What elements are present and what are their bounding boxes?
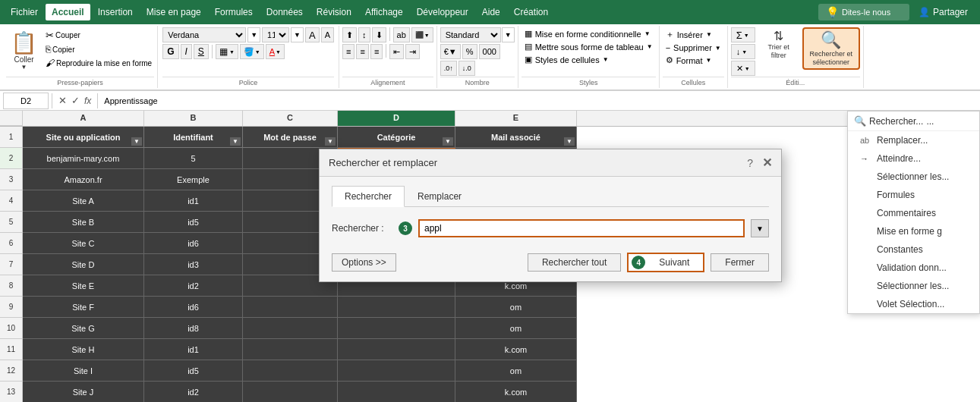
row-header-7[interactable]: 7 xyxy=(0,254,23,275)
dialog-search-dropdown[interactable]: ▼ xyxy=(751,219,769,237)
menu-item-creation[interactable]: Création xyxy=(508,4,554,20)
confirm-formula-icon[interactable]: ✓ xyxy=(71,95,80,106)
row-header-2[interactable]: 2 xyxy=(0,148,23,169)
dropdown-item-volet[interactable]: Volet Sélection... xyxy=(848,295,979,313)
format-painter-button[interactable]: 🖌 Reproduire la mise en forme xyxy=(43,57,154,69)
decrease-indent-button[interactable]: ⇤ xyxy=(389,44,404,59)
dropdown-item-remplacer[interactable]: ab Remplacer... xyxy=(848,131,979,149)
align-center-button[interactable]: ≡ xyxy=(356,44,368,59)
dropdown-item-validation[interactable]: Validation donn... xyxy=(848,259,979,277)
wrap-text-button[interactable]: ab xyxy=(393,27,410,42)
menu-item-revision[interactable]: Révision xyxy=(310,4,358,20)
menu-item-developpeur[interactable]: Développeur xyxy=(411,4,474,20)
menu-item-insertion[interactable]: Insertion xyxy=(92,4,139,20)
sort-filter-button[interactable]: ⇅ Trier et filtrer xyxy=(757,27,801,61)
row-header-10[interactable]: 10 xyxy=(0,318,23,339)
table-format-button[interactable]: ▤ Mettre sous forme de tableau ▼ xyxy=(522,40,656,53)
align-left-button[interactable]: ≡ xyxy=(342,44,355,59)
underline-button[interactable]: S xyxy=(194,44,209,59)
align-bottom-button[interactable]: ⬇ xyxy=(372,27,386,42)
row-header-4[interactable]: 4 xyxy=(0,190,23,212)
font-size-dropdown-icon[interactable]: ▼ xyxy=(291,27,304,42)
row-header-1[interactable]: 1 xyxy=(0,127,23,148)
cell-B1[interactable]: Identifiant ▼ xyxy=(144,127,243,148)
close-dialog-button[interactable]: Fermer xyxy=(711,253,769,272)
row-header-11[interactable]: 11 xyxy=(0,339,23,360)
dropdown-item-mise-en-forme[interactable]: Mise en forme g xyxy=(848,222,979,240)
col-header-B[interactable]: B xyxy=(144,111,243,126)
row-header-6[interactable]: 6 xyxy=(0,233,23,254)
align-middle-button[interactable]: ↕ xyxy=(358,27,370,42)
row-header-8[interactable]: 8 xyxy=(0,275,23,297)
row-header-9[interactable]: 9 xyxy=(0,297,23,318)
font-name-select[interactable]: Verdana xyxy=(162,27,246,42)
options-button[interactable]: Options >> xyxy=(332,253,396,272)
dialog-tab-remplacer[interactable]: Remplacer xyxy=(405,186,474,207)
insert-cells-button[interactable]: ＋ Insérer ▼ xyxy=(663,27,724,42)
dropdown-item-atteindre[interactable]: → Atteindre... xyxy=(848,149,979,168)
function-icon[interactable]: fx xyxy=(84,96,91,106)
dialog-help-button[interactable]: ? xyxy=(747,157,753,169)
fill-button[interactable]: ↓▼ xyxy=(731,44,755,59)
bold-button[interactable]: G xyxy=(162,44,178,59)
dialog-search-input[interactable] xyxy=(418,219,745,237)
menu-item-aide[interactable]: Aide xyxy=(476,4,506,20)
dialog-close-button[interactable]: ✕ xyxy=(762,155,772,170)
clear-button[interactable]: ✕▼ xyxy=(731,61,755,76)
paste-button[interactable]: 📋 Coller ▼ xyxy=(6,27,42,74)
cell-D1[interactable]: Catégorie ▼ xyxy=(338,127,455,148)
filter-dropdown-B1[interactable]: ▼ xyxy=(230,137,241,146)
menu-item-formules[interactable]: Formules xyxy=(209,4,259,20)
col-header-A[interactable]: A xyxy=(23,111,144,126)
comma-button[interactable]: 000 xyxy=(479,44,500,59)
share-button[interactable]: 👤 Partager xyxy=(911,4,975,20)
menu-item-donnees[interactable]: Données xyxy=(260,4,309,20)
menu-item-mise-en-page[interactable]: Mise en page xyxy=(140,4,207,20)
font-name-dropdown-icon[interactable]: ▼ xyxy=(247,27,260,42)
find-all-button[interactable]: Rechercher tout xyxy=(528,253,621,272)
filter-dropdown-D1[interactable]: ▼ xyxy=(443,137,453,146)
delete-cells-button[interactable]: − Supprimer ▼ xyxy=(663,42,724,54)
increase-font-button[interactable]: A xyxy=(305,27,320,42)
row-header-3[interactable]: 3 xyxy=(0,169,23,190)
find-next-button[interactable]: Suivant xyxy=(648,256,700,269)
align-top-button[interactable]: ⬆ xyxy=(342,27,357,42)
dropdown-item-selectionner1[interactable]: Sélectionner les... xyxy=(848,168,979,186)
sum-button[interactable]: Σ▼ xyxy=(731,27,755,42)
cell-A3[interactable]: Amazon.fr xyxy=(23,169,144,190)
menu-item-fichier[interactable]: Fichier xyxy=(5,4,44,20)
menu-item-accueil[interactable]: Accueil xyxy=(46,4,90,20)
copy-button[interactable]: ⎘ Copier xyxy=(43,43,154,55)
cell-A4[interactable]: Site A xyxy=(23,190,144,212)
cell-C1[interactable]: Mot de passe ▼ xyxy=(243,127,338,148)
font-size-select[interactable]: 11 xyxy=(262,27,289,42)
menu-item-affichage[interactable]: Affichage xyxy=(359,4,409,20)
row-header-13[interactable]: 13 xyxy=(0,382,23,402)
number-format-dropdown-icon[interactable]: ▼ xyxy=(502,27,515,42)
font-color-button[interactable]: A▼ xyxy=(266,44,285,59)
search-select-button[interactable]: 🔍 Rechercher et sélectionner xyxy=(802,27,860,70)
dropdown-item-commentaires[interactable]: Commentaires xyxy=(848,204,979,222)
italic-button[interactable]: I xyxy=(181,44,192,59)
dropdown-item-formules[interactable]: Formules xyxy=(848,186,979,204)
border-button[interactable]: ▦▼ xyxy=(216,44,238,59)
cell-B2[interactable]: 5 xyxy=(144,148,243,169)
decrease-decimal-button[interactable]: ↓.0 xyxy=(458,61,475,76)
number-format-select[interactable]: Standard xyxy=(440,27,501,42)
dropdown-item-constantes[interactable]: Constantes xyxy=(848,240,979,259)
cell-A2[interactable]: benjamin-mary.com xyxy=(23,148,144,169)
increase-decimal-button[interactable]: .0↑ xyxy=(440,61,457,76)
row-header-12[interactable]: 12 xyxy=(0,360,23,382)
search-bar[interactable]: 💡 Dites-le nous xyxy=(818,4,909,20)
currency-button[interactable]: €▼ xyxy=(440,44,461,59)
dropdown-search-text[interactable]: Rechercher... xyxy=(869,116,923,127)
cut-button[interactable]: ✂ Couper xyxy=(43,29,154,42)
filter-dropdown-E1[interactable]: ▼ xyxy=(564,137,575,146)
cell-B4[interactable]: id1 xyxy=(144,190,243,212)
filter-dropdown-A1[interactable]: ▼ xyxy=(131,137,142,146)
cell-reference-input[interactable] xyxy=(3,93,49,109)
dialog-tab-rechercher[interactable]: Rechercher xyxy=(332,186,405,207)
col-header-D[interactable]: D xyxy=(338,111,455,126)
merge-button[interactable]: ⬛▼ xyxy=(411,27,433,42)
fill-color-button[interactable]: 🪣▼ xyxy=(240,44,264,59)
